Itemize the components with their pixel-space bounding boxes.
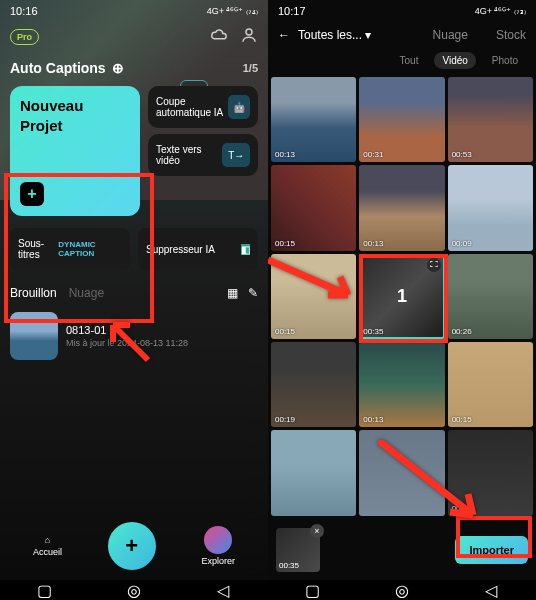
highlight-new-project <box>4 173 154 323</box>
media-item[interactable]: 00:15 <box>271 165 356 250</box>
selected-duration: 00:35 <box>279 561 299 570</box>
tab-all[interactable]: Tout <box>392 52 427 69</box>
arrow-annotation <box>378 440 488 534</box>
profile-icon[interactable] <box>240 26 258 48</box>
nav-explore[interactable]: Explorer <box>202 526 236 566</box>
recent-icon[interactable]: ▢ <box>39 584 51 596</box>
status-bar: 10:16 4G+ ⁴⁶ᴳ⁺ ₍₇₄₎ <box>0 0 268 22</box>
cloud-source[interactable]: Nuage <box>433 28 468 42</box>
eraser-icon: ◧ <box>241 244 250 255</box>
media-item[interactable]: 00:13 <box>359 342 444 427</box>
nav-create-button[interactable]: + <box>108 522 156 570</box>
robot-icon: 🤖 <box>228 95 250 119</box>
new-project-label: Nouveau Projet <box>20 97 83 134</box>
time: 10:16 <box>10 5 38 17</box>
media-item[interactable]: 00:13 <box>271 77 356 162</box>
tab-photo[interactable]: Photo <box>484 52 526 69</box>
bottom-nav: ⌂ Accueil + Explorer <box>0 512 268 580</box>
arrow-circle-icon[interactable]: ⊕ <box>112 60 124 76</box>
media-item[interactable]: 00:15 <box>448 342 533 427</box>
nav-home[interactable]: ⌂ Accueil <box>33 535 62 557</box>
highlight-selected-media <box>359 254 448 343</box>
home-screen: 10:16 4G+ ⁴⁶ᴳ⁺ ₍₇₄₎ Pro CCAI Auto Captio… <box>0 0 268 600</box>
arrow-annotation <box>98 310 158 374</box>
tab-video[interactable]: Vidéo <box>434 52 475 69</box>
edit-icon[interactable]: ✎ <box>248 286 258 300</box>
android-nav: ▢ ◎ ◁ <box>0 580 268 600</box>
home-icon[interactable]: ◎ <box>128 584 140 596</box>
home-icon: ⌂ <box>45 535 50 545</box>
grid-view-icon[interactable]: ▦ <box>227 286 238 300</box>
status-icons: 4G+ ⁴⁶ᴳ⁺ ₍₇₃₎ <box>475 6 526 16</box>
recent-icon[interactable]: ▢ <box>307 584 319 596</box>
time: 10:17 <box>278 5 306 17</box>
auto-captions-label: Auto Captions <box>10 60 106 76</box>
status-bar: 10:17 4G+ ⁴⁶ᴳ⁺ ₍₇₃₎ <box>268 0 536 22</box>
stock-source[interactable]: Stock <box>496 28 526 42</box>
media-item[interactable] <box>271 430 356 515</box>
android-nav: ▢ ◎ ◁ <box>268 580 536 600</box>
text-icon: T→ <box>222 143 250 167</box>
media-item[interactable]: 00:19 <box>271 342 356 427</box>
explore-icon <box>204 526 232 554</box>
back-icon[interactable]: ◁ <box>217 584 229 596</box>
selected-thumbnail[interactable]: × 00:35 <box>276 528 320 572</box>
remove-icon[interactable]: × <box>310 524 324 538</box>
media-item[interactable]: 00:13 <box>359 165 444 250</box>
auto-cut-card[interactable]: Coupe automatique IA 🤖 <box>148 86 258 128</box>
picker-header: ← Toutes les... ▾ Nuage Stock <box>268 22 536 48</box>
media-item[interactable]: 00:09 <box>448 165 533 250</box>
status-icons: 4G+ ⁴⁶ᴳ⁺ ₍₇₄₎ <box>207 6 258 16</box>
svg-point-0 <box>246 29 252 35</box>
media-item[interactable]: 00:53 <box>448 77 533 162</box>
arrow-annotation <box>268 250 368 324</box>
album-dropdown[interactable]: Toutes les... ▾ <box>298 28 371 42</box>
top-bar: Pro <box>0 22 268 52</box>
media-item[interactable]: 00:31 <box>359 77 444 162</box>
home-icon[interactable]: ◎ <box>396 584 408 596</box>
cloud-icon[interactable] <box>210 26 228 48</box>
media-tabs: Tout Vidéo Photo <box>268 48 536 77</box>
media-item[interactable]: 00:26 <box>448 254 533 339</box>
pager: 1/5 <box>243 62 258 74</box>
ai-remover-card[interactable]: Suppresseur IA ◧ <box>138 228 258 270</box>
back-icon[interactable]: ◁ <box>485 584 497 596</box>
auto-captions-header: Auto Captions ⊕ 1/5 <box>0 52 268 80</box>
text-to-video-card[interactable]: Texte vers vidéo T→ <box>148 134 258 176</box>
pro-badge[interactable]: Pro <box>10 29 39 45</box>
import-screen: 10:17 4G+ ⁴⁶ᴳ⁺ ₍₇₃₎ ← Toutes les... ▾ Nu… <box>268 0 536 600</box>
back-arrow-icon[interactable]: ← <box>278 28 290 42</box>
